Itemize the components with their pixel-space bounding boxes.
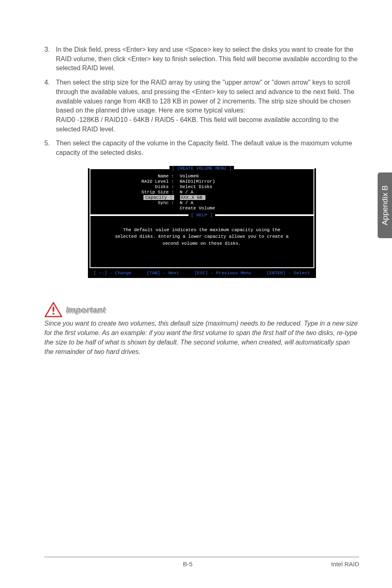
field-label: Capacity : xyxy=(98,195,180,200)
field-label xyxy=(98,206,180,211)
field-value: N / A xyxy=(180,200,194,205)
item-text: Then select the capacity of the volume i… xyxy=(56,139,359,157)
side-tab: Appendix B xyxy=(378,172,392,238)
bios-box-title: [ HELP ] xyxy=(189,213,215,218)
bios-footer: [ ↑↓] - Change [TAB] - Next [ESC] - Prev… xyxy=(88,268,316,278)
field-label: Sync : xyxy=(98,200,180,205)
field-value: Create Volume xyxy=(180,206,215,211)
bios-hint: [ESC] - Previous Menu xyxy=(194,271,251,276)
page-footer: B-5 Intel RAID xyxy=(44,557,359,567)
important-callout: Important Since you want to create two v… xyxy=(44,302,359,356)
footer-section: Intel RAID xyxy=(331,560,359,567)
bios-hint: [TAB] - Next xyxy=(147,271,179,276)
field-row: Disks :Select Disks xyxy=(98,184,306,189)
field-label: Disks : xyxy=(98,184,180,189)
side-tab-label: Appendix B xyxy=(380,185,390,225)
svg-rect-2 xyxy=(53,313,54,315)
bios-help-box: [ HELP ] The default value indicates the… xyxy=(90,215,314,269)
field-row: Sync :N / A xyxy=(98,200,306,205)
field-value: Select Disks xyxy=(180,184,212,189)
bios-screenshot: [ CREATE VOLUME MENU ] Name :Volume0 RAI… xyxy=(88,168,316,278)
field-label: Name : xyxy=(98,174,180,179)
item-number: 3. xyxy=(44,45,56,73)
bios-fields: Name :Volume0 RAID Level :RAID1(Mirror) … xyxy=(90,169,314,214)
svg-rect-1 xyxy=(53,307,54,312)
item-number: 4. xyxy=(44,78,56,134)
field-value: XXX.X GB xyxy=(180,195,206,200)
bios-help-text: The default value indicates the maximum … xyxy=(90,216,314,268)
important-label: Important xyxy=(66,305,106,315)
field-label: Strip Size : xyxy=(98,190,180,195)
field-label: RAID Level : xyxy=(98,179,180,184)
item-number: 5. xyxy=(44,139,56,157)
bios-create-volume-box: [ CREATE VOLUME MENU ] Name :Volume0 RAI… xyxy=(90,168,314,215)
item-text: In the Disk field, press <Enter> key and… xyxy=(56,45,359,73)
field-value: N / A xyxy=(180,190,194,195)
page-content: 3. In the Disk field, press <Enter> key … xyxy=(0,0,392,356)
list-item: 4. Then select the strip size for the RA… xyxy=(44,78,359,134)
footer-page: B-5 xyxy=(183,560,192,567)
field-row: Name :Volume0 xyxy=(98,174,306,179)
item-text: Then select the strip size for the RAID … xyxy=(56,78,359,134)
field-value: RAID1(Mirror) xyxy=(180,179,215,184)
field-row: Create Volume xyxy=(98,206,306,211)
bios-box-title: [ CREATE VOLUME MENU ] xyxy=(169,166,234,171)
important-body: Since you want to create two volumes, th… xyxy=(44,319,359,356)
list-item: 5. Then select the capacity of the volum… xyxy=(44,139,359,157)
field-row-selected: Capacity :XXX.X GB xyxy=(98,195,306,200)
warning-icon xyxy=(44,302,62,317)
field-row: Strip Size :N / A xyxy=(98,190,306,195)
important-header: Important xyxy=(44,302,359,317)
field-row: RAID Level :RAID1(Mirror) xyxy=(98,179,306,184)
list-item: 3. In the Disk field, press <Enter> key … xyxy=(44,45,359,73)
instruction-list: 3. In the Disk field, press <Enter> key … xyxy=(44,45,359,158)
bios-hint: [ ↑↓] - Change xyxy=(94,271,131,276)
bios-hint: [ENTER] - Select xyxy=(267,271,310,276)
field-value: Volume0 xyxy=(180,174,199,179)
